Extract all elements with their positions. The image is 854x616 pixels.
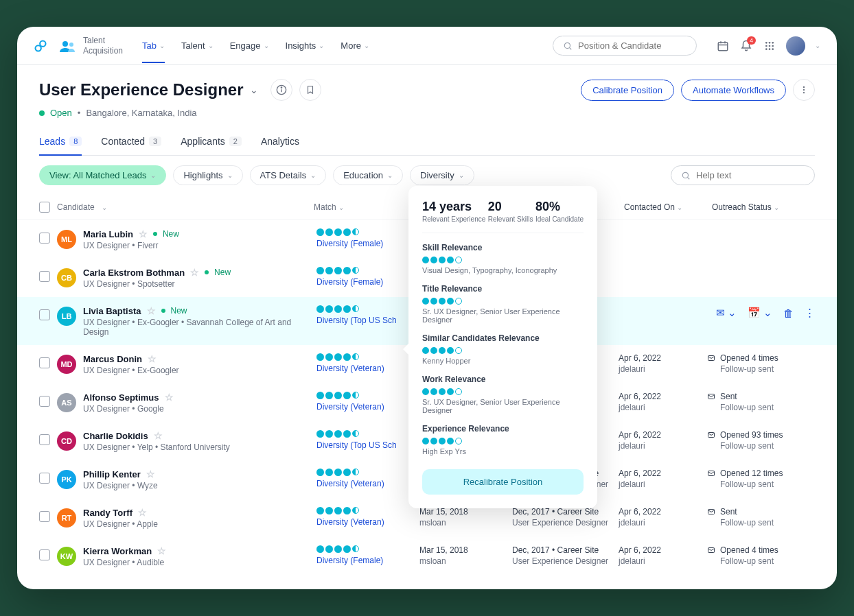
diversity-tag: Diversity (Top US Sch bbox=[316, 316, 419, 325]
outreach-status: Opened 4 times bbox=[706, 353, 809, 363]
row-checkbox[interactable] bbox=[39, 233, 50, 244]
match-score bbox=[316, 430, 419, 438]
candidate-subtitle: UX Designer • Apple bbox=[83, 519, 316, 529]
stat: 80%Ideal Candidate bbox=[535, 200, 584, 223]
nav-more[interactable]: More⌄ bbox=[341, 28, 369, 63]
help-search[interactable] bbox=[671, 165, 815, 185]
candidate-name: Phillip Kenter bbox=[83, 469, 141, 479]
tab-analytics[interactable]: Analytics bbox=[261, 136, 299, 155]
col-match[interactable]: Match bbox=[314, 202, 336, 212]
match-popover: 14 yearsRelevant Experience20Relevant Sk… bbox=[408, 186, 597, 508]
star-icon[interactable]: ☆ bbox=[165, 392, 174, 403]
row-checkbox[interactable] bbox=[39, 549, 50, 560]
calibrate-button[interactable]: Calibrate Position bbox=[581, 80, 674, 101]
calendar-icon[interactable] bbox=[716, 39, 730, 53]
col-contacted[interactable]: Contacted On bbox=[624, 202, 675, 212]
search-icon bbox=[563, 41, 573, 51]
info-button[interactable] bbox=[270, 79, 292, 101]
star-icon[interactable]: ☆ bbox=[147, 305, 156, 316]
chevron-down-icon[interactable]: ⌄ bbox=[250, 84, 258, 95]
star-icon[interactable]: ☆ bbox=[146, 469, 155, 479]
svg-point-16 bbox=[765, 48, 768, 50]
search-input[interactable] bbox=[578, 40, 693, 51]
more-button[interactable] bbox=[793, 79, 815, 101]
brand: Talent Acquisition bbox=[58, 36, 123, 56]
star-icon[interactable]: ☆ bbox=[157, 545, 166, 556]
row-checkbox[interactable] bbox=[39, 511, 50, 522]
user-avatar[interactable] bbox=[786, 36, 805, 56]
candidate-name: Alfonso Septimus bbox=[83, 392, 159, 403]
candidate-subtitle: UX Designer • Audible bbox=[83, 558, 316, 567]
star-icon[interactable]: ☆ bbox=[190, 267, 199, 278]
match-score bbox=[316, 507, 419, 514]
view-filter[interactable]: View: All Matched Leads⌄ bbox=[39, 165, 166, 185]
education-filter[interactable]: Education⌄ bbox=[333, 165, 403, 185]
svg-point-15 bbox=[772, 45, 774, 47]
star-icon[interactable]: ☆ bbox=[138, 507, 147, 518]
row-checkbox[interactable] bbox=[39, 396, 50, 407]
nav-tab[interactable]: Tab⌄ bbox=[142, 28, 165, 63]
svg-point-17 bbox=[769, 48, 771, 50]
candidate-subtitle: UX Designer • Spotsetter bbox=[83, 279, 316, 289]
position-meta: Open • Bangalore, Karnataka, India bbox=[39, 108, 815, 118]
candidate-row[interactable]: KWKierra Workman☆UX Designer • AudibleDi… bbox=[17, 537, 837, 576]
relevance-section: Title RelevanceSr. UX Designer, Senior U… bbox=[422, 284, 584, 324]
row-checkbox[interactable] bbox=[39, 309, 50, 320]
recalibrate-button[interactable]: Recalibrate Position bbox=[422, 469, 584, 495]
star-icon[interactable]: ☆ bbox=[154, 430, 163, 441]
col-candidate[interactable]: Candidate bbox=[57, 202, 95, 212]
apps-icon[interactable] bbox=[763, 39, 776, 53]
more-action-icon[interactable]: ⋮ bbox=[805, 307, 815, 319]
star-icon[interactable]: ☆ bbox=[139, 228, 148, 239]
tab-leads[interactable]: Leads8 bbox=[39, 136, 82, 155]
bell-icon[interactable]: 4 bbox=[739, 39, 753, 53]
outreach-status: Opened 93 times bbox=[706, 430, 809, 440]
candidate-name: Carla Ekstrom Bothman bbox=[83, 268, 185, 278]
avatar: PK bbox=[57, 470, 76, 489]
relevance-section: Work RelevanceSr. UX Designer, Senior Us… bbox=[422, 375, 584, 414]
star-icon[interactable]: ☆ bbox=[148, 353, 157, 364]
diversity-filter[interactable]: Diversity⌄ bbox=[410, 165, 474, 185]
help-input[interactable] bbox=[696, 170, 811, 180]
col-outreach[interactable]: Outreach Status bbox=[712, 202, 772, 212]
ats-filter[interactable]: ATS Details⌄ bbox=[250, 165, 327, 185]
tab-contacted[interactable]: Contacted3 bbox=[101, 136, 161, 155]
schedule-action-icon[interactable]: 📅 ⌄ bbox=[748, 307, 772, 319]
nav-insights[interactable]: Insights⌄ bbox=[286, 28, 325, 63]
stat: 20Relevant Skills bbox=[488, 200, 533, 223]
row-checkbox[interactable] bbox=[39, 434, 50, 445]
match-score bbox=[316, 228, 419, 236]
logo-icon bbox=[34, 39, 47, 53]
bookmark-button[interactable] bbox=[299, 79, 321, 101]
topbar-actions: 4 ⌄ bbox=[716, 36, 820, 56]
select-all-checkbox[interactable] bbox=[39, 202, 50, 213]
match-score bbox=[316, 392, 419, 399]
brand-line2: Acquisition bbox=[83, 46, 123, 56]
new-badge: New bbox=[163, 229, 179, 239]
row-checkbox[interactable] bbox=[39, 271, 50, 282]
diversity-tag: Diversity (Female) bbox=[316, 239, 419, 248]
mail-action-icon[interactable]: ✉ ⌄ bbox=[716, 307, 737, 319]
row-checkbox[interactable] bbox=[39, 357, 50, 368]
archive-action-icon[interactable]: 🗑 bbox=[783, 307, 794, 319]
svg-point-18 bbox=[772, 48, 774, 50]
highlights-filter[interactable]: Highlights⌄ bbox=[173, 165, 242, 185]
tab-applicants[interactable]: Applicants2 bbox=[181, 136, 242, 155]
svg-point-21 bbox=[281, 87, 282, 88]
diversity-tag: Diversity (Veteran) bbox=[316, 479, 419, 488]
svg-point-14 bbox=[769, 45, 771, 47]
svg-point-0 bbox=[36, 45, 41, 51]
nav-engage[interactable]: Engage⌄ bbox=[230, 28, 269, 63]
row-actions: ✉ ⌄📅 ⌄🗑⋮ bbox=[716, 307, 815, 319]
nav-talent[interactable]: Talent⌄ bbox=[181, 28, 214, 63]
automate-button[interactable]: Automate Workflows bbox=[681, 80, 786, 101]
diversity-tag: Diversity (Female) bbox=[316, 277, 419, 287]
svg-line-5 bbox=[569, 47, 571, 49]
row-checkbox[interactable] bbox=[39, 473, 50, 484]
chevron-down-icon[interactable]: ⌄ bbox=[815, 42, 820, 49]
candidate-subtitle: UX Designer • Google bbox=[83, 404, 316, 414]
relevance-section: Skill RelevanceVisual Design, Typography… bbox=[422, 243, 584, 274]
new-badge: New bbox=[214, 268, 231, 277]
avatar: LB bbox=[57, 307, 76, 326]
global-search[interactable] bbox=[553, 36, 697, 56]
